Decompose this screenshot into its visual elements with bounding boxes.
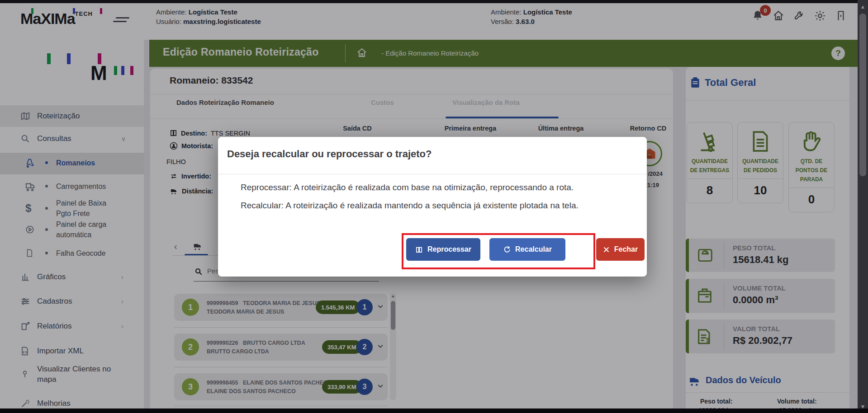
map-icon bbox=[415, 246, 423, 253]
refresh-icon bbox=[503, 246, 511, 253]
dialog-line-recalcular: Recalcular: A roteirização é realizada m… bbox=[241, 201, 579, 211]
app-screen: MaXIMaTECH Ambiente: Logística Teste Usu… bbox=[0, 0, 868, 413]
dialog-divider bbox=[218, 174, 647, 174]
recalcular-button[interactable]: Recalcular bbox=[489, 238, 565, 261]
dialog-title: Deseja recalcular ou reprocessar o traje… bbox=[227, 148, 432, 160]
fechar-button[interactable]: Fechar bbox=[596, 238, 645, 261]
close-icon bbox=[603, 246, 610, 253]
reprocessar-button[interactable]: Reprocessar bbox=[406, 238, 480, 261]
dialog-line-reprocessar: Reprocessar: A roteirização é realizada … bbox=[241, 183, 574, 192]
